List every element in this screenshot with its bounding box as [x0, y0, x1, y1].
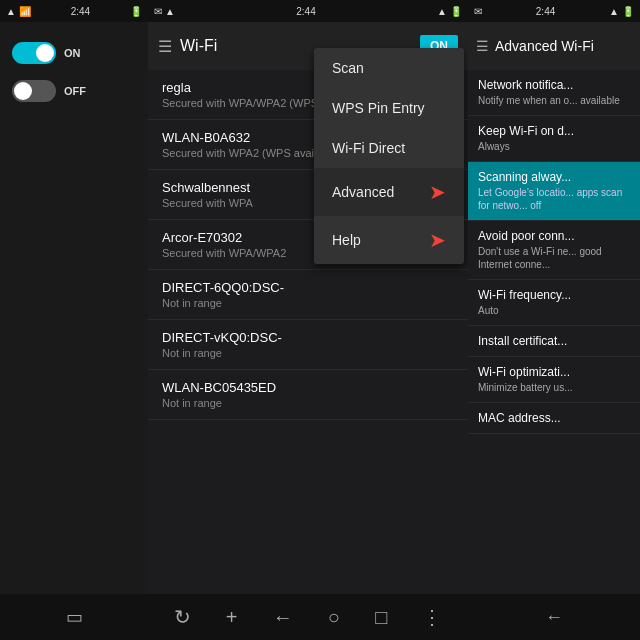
back-btn-mid[interactable]: ←	[263, 600, 303, 635]
wifi-status-direct2: Not in range	[162, 347, 454, 359]
add-btn[interactable]: +	[216, 600, 248, 635]
battery-right-icon: 🔋	[622, 6, 634, 17]
overflow-btn[interactable]: ⋮	[412, 599, 452, 635]
toggle-off-label: OFF	[64, 85, 86, 97]
advanced-item-scanning[interactable]: Scanning alway... Let Google's locatio..…	[468, 162, 640, 221]
recent-btn-mid[interactable]: □	[365, 600, 397, 635]
avoidpoor-sub: Don't use a Wi-Fi ne... good Internet co…	[478, 245, 630, 271]
envelope-icon: ✉	[154, 6, 162, 17]
help-arrow-icon: ➤	[429, 228, 446, 252]
wifi-name-direct2: DIRECT-vKQ0:DSC-	[162, 330, 454, 345]
wifi-name-arcor: Arcor-E70302	[162, 230, 286, 245]
right-back-btn[interactable]: ←	[531, 599, 577, 636]
menu-item-scan[interactable]: Scan	[314, 48, 464, 88]
wifi-signal-icon: ▲	[437, 6, 447, 17]
advanced-item-install-cert[interactable]: Install certificat...	[468, 326, 640, 357]
toggle-row-on: ON	[12, 42, 136, 64]
wifi-menu-icon: ☰	[158, 37, 172, 56]
right-left-status: ✉	[474, 6, 482, 17]
notif-sub: Notify me when an o... available	[478, 94, 630, 107]
menu-item-help[interactable]: Help ➤	[314, 216, 464, 264]
advanced-title: Advanced Wi-Fi	[495, 38, 594, 54]
advanced-item-mac[interactable]: MAC address...	[468, 403, 640, 434]
toggle-knob	[36, 44, 54, 62]
battery-icon: 🔋	[130, 6, 142, 17]
toggle-row-off: OFF	[12, 80, 136, 102]
wifi-name-schwalbennest: Schwalbennest	[162, 180, 253, 195]
wifi-item-direct1[interactable]: DIRECT-6QQ0:DSC- Not in range	[148, 270, 468, 320]
frequency-sub: Auto	[478, 304, 630, 317]
installcert-title: Install certificat...	[478, 334, 630, 348]
toggle-on-switch[interactable]	[12, 42, 56, 64]
right-status-icons: 🔋	[130, 6, 142, 17]
menu-item-advanced[interactable]: Advanced ➤	[314, 168, 464, 216]
left-panel: ▲ 📶 2:44 🔋 ON OFF ▭	[0, 0, 148, 640]
right-status-bar: ✉ 2:44 ▲ 🔋	[468, 0, 640, 22]
menu-advanced-label: Advanced	[332, 184, 394, 200]
optimize-title: Wi-Fi optimizati...	[478, 365, 630, 379]
wifi-name-direct1: DIRECT-6QQ0:DSC-	[162, 280, 454, 295]
middle-action-bar: ↻ + ← ○ □ ⋮	[148, 594, 468, 640]
scanning-sub: Let Google's locatio... apps scan for ne…	[478, 186, 630, 212]
frequency-title: Wi-Fi frequency...	[478, 288, 630, 302]
advanced-app-bar: ☰ Advanced Wi-Fi	[468, 22, 640, 70]
middle-left-status: ✉ ▲	[154, 6, 175, 17]
right-time: 2:44	[536, 6, 555, 17]
advanced-item-frequency[interactable]: Wi-Fi frequency... Auto	[468, 280, 640, 326]
menu-wps-label: WPS Pin Entry	[332, 100, 425, 116]
middle-panel: ✉ ▲ 2:44 ▲ 🔋 ☰ Wi-Fi ON regla Secured wi…	[148, 0, 468, 640]
right-right-status: ▲ 🔋	[609, 6, 634, 17]
wifi-item-wlan2[interactable]: WLAN-BC05435ED Not in range	[148, 370, 468, 420]
right-panel: ✉ 2:44 ▲ 🔋 ☰ Advanced Wi-Fi Network noti…	[468, 0, 640, 640]
toggle-knob-off	[14, 82, 32, 100]
left-spacer	[0, 122, 148, 594]
advanced-back-icon[interactable]: ☰	[476, 38, 489, 54]
wifi-item-direct2[interactable]: DIRECT-vKQ0:DSC- Not in range	[148, 320, 468, 370]
left-time: 2:44	[71, 6, 90, 17]
optimize-sub: Minimize battery us...	[478, 381, 630, 394]
battery-mid-icon: 🔋	[450, 6, 462, 17]
wifi-status-wlan2: Not in range	[162, 397, 454, 409]
signal-bars-icon: ▲	[165, 6, 175, 17]
mac-title: MAC address...	[478, 411, 630, 425]
wifi-status-icon: ▲	[6, 6, 16, 17]
signal-icon: 📶	[19, 6, 31, 17]
notif-title: Network notifica...	[478, 78, 630, 92]
toggle-area: ON OFF	[0, 22, 148, 122]
menu-item-wps[interactable]: WPS Pin Entry	[314, 88, 464, 128]
left-status-icons: ▲ 📶	[6, 6, 31, 17]
left-bottom-nav: ▭	[0, 594, 148, 640]
middle-time: 2:44	[296, 6, 315, 17]
left-status-bar: ▲ 📶 2:44 🔋	[0, 0, 148, 22]
menu-scan-label: Scan	[332, 60, 364, 76]
scanning-title: Scanning alway...	[478, 170, 630, 184]
advanced-item-optimize[interactable]: Wi-Fi optimizati... Minimize battery us.…	[468, 357, 640, 403]
middle-right-status: ▲ 🔋	[437, 6, 462, 17]
wifi-right-icon: ▲	[609, 6, 619, 17]
advanced-arrow-icon: ➤	[429, 180, 446, 204]
menu-help-label: Help	[332, 232, 361, 248]
advanced-settings-list: Network notifica... Notify me when an o.…	[468, 70, 640, 594]
wifi-name-wlan2: WLAN-BC05435ED	[162, 380, 454, 395]
right-bottom-nav: ←	[468, 594, 640, 640]
wifi-status-direct1: Not in range	[162, 297, 454, 309]
refresh-btn[interactable]: ↻	[164, 599, 201, 635]
avoidpoor-title: Avoid poor conn...	[478, 229, 630, 243]
home-btn-mid[interactable]: ○	[318, 600, 350, 635]
keepwifi-title: Keep Wi-Fi on d...	[478, 124, 630, 138]
advanced-item-network-notif[interactable]: Network notifica... Notify me when an o.…	[468, 70, 640, 116]
wifi-status-arcor: Secured with WPA/WPA2	[162, 247, 286, 259]
middle-status-bar: ✉ ▲ 2:44 ▲ 🔋	[148, 0, 468, 22]
toggle-on-label: ON	[64, 47, 81, 59]
wifi-status-schwalbennest: Secured with WPA	[162, 197, 253, 209]
menu-wifidirect-label: Wi-Fi Direct	[332, 140, 405, 156]
menu-item-wifidirect[interactable]: Wi-Fi Direct	[314, 128, 464, 168]
overflow-menu: Scan WPS Pin Entry Wi-Fi Direct Advanced…	[314, 48, 464, 264]
advanced-item-keep-wifi[interactable]: Keep Wi-Fi on d... Always	[468, 116, 640, 162]
advanced-item-avoid-poor[interactable]: Avoid poor conn... Don't use a Wi-Fi ne.…	[468, 221, 640, 280]
toggle-off-switch[interactable]	[12, 80, 56, 102]
keepwifi-sub: Always	[478, 140, 630, 153]
left-recent-btn[interactable]: ▭	[52, 598, 97, 636]
envelope-right-icon: ✉	[474, 6, 482, 17]
